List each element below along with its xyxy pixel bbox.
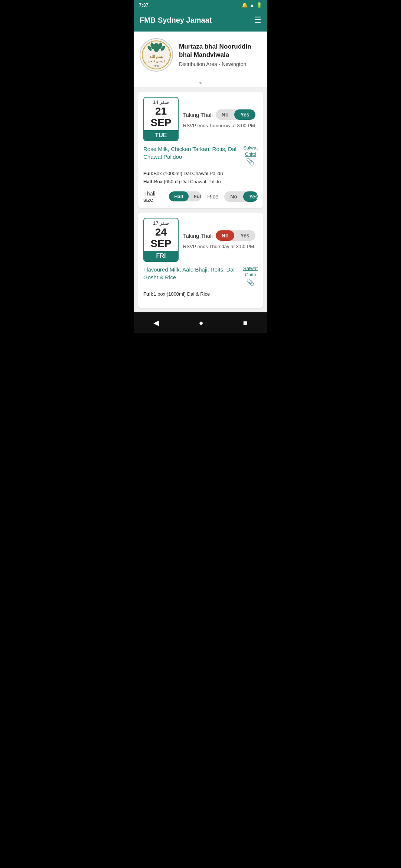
clip-icon-1: 📎	[246, 158, 254, 166]
toggle-no-2[interactable]: No	[216, 230, 235, 241]
card1-header: 14 صفر 21 SEP TUE Taking Thali No Yes RS…	[138, 92, 263, 145]
menu-items-link-2[interactable]: Flavoured Milk, Aalo Bhaji, Roits, Dal G…	[143, 266, 240, 281]
thali-size-label-1: Thali size	[143, 190, 163, 203]
toggle-no-1[interactable]: No	[216, 109, 235, 120]
thali-info-1: Taking Thali No Yes RSVP ends Tomorrow a…	[183, 109, 258, 128]
salwat-link-1[interactable]: Salwat	[243, 145, 258, 151]
rsvp-text-1: RSVP ends Tomorrow at 8:00 PM	[183, 123, 258, 128]
rice-toggle-1[interactable]: No Yes	[224, 191, 258, 202]
thali-card-1: 14 صفر 21 SEP TUE Taking Thali No Yes RS…	[138, 92, 263, 208]
profile-name: Murtaza bhai Nooruddin bhai Mandviwala	[179, 43, 261, 59]
svg-text:الرحمن الرحيم: الرحمن الرحيم	[148, 60, 165, 63]
half-btn-1[interactable]: Half	[169, 191, 189, 201]
date-block-1: 14 صفر 21 SEP TUE	[143, 97, 179, 141]
area-label: Distribution Area -	[179, 61, 220, 67]
profile-section: بسم الله الرحمن الرحيم FMB Murtaza bhai …	[134, 32, 267, 78]
ornament-symbol: ❧	[195, 80, 206, 86]
taking-thali-row-1: Taking Thali No Yes	[183, 109, 258, 120]
nav-recent-button[interactable]: ■	[235, 316, 255, 329]
logo-container: بسم الله الرحمن الرحيم FMB	[140, 38, 173, 72]
salwat-chitti-1: Salwat Chitti 📎	[243, 145, 258, 166]
area-value: Newington	[222, 61, 246, 67]
svg-text:FMB: FMB	[154, 65, 159, 68]
svg-text:بسم الله: بسم الله	[149, 54, 164, 59]
rsvp-text-2: RSVP ends Thursday at 3:50 PM	[183, 244, 258, 249]
date-arabic-1: 14 صفر	[144, 98, 178, 106]
battery-icon: 🔋	[256, 2, 262, 8]
taking-thali-label-2: Taking Thali	[183, 233, 213, 239]
card2-header: 17 صفر 24 SEP FRI Taking Thali No Yes RS…	[138, 213, 263, 266]
menu-icon[interactable]: ☰	[254, 15, 261, 25]
date-day-name-2: FRI	[144, 251, 178, 261]
rice-label-1: Rice	[207, 193, 218, 200]
chitti-link-2[interactable]: Chitti	[245, 272, 256, 277]
app-title: FMB Sydney Jamaat	[140, 16, 212, 24]
nav-bar: ◀ ● ■	[134, 312, 267, 333]
app-header: FMB Sydney Jamaat ☰	[134, 10, 267, 32]
full-detail-2: Full:1 box (1000ml) Dal & Rice	[143, 290, 258, 298]
half-detail-1: Half:Box (650ml) Dal Chawal Palidu	[143, 178, 258, 186]
status-icons: 🔔 ▲ 🔋	[242, 2, 262, 8]
thali-toggle-2[interactable]: No Yes	[216, 230, 255, 241]
taking-thali-row-2: Taking Thali No Yes	[183, 230, 258, 241]
thali-info-2: Taking Thali No Yes RSVP ends Thursday a…	[183, 230, 258, 249]
logo-circle: بسم الله الرحمن الرحيم FMB	[140, 38, 173, 72]
logo-image: بسم الله الرحمن الرحيم FMB	[141, 40, 171, 70]
salwat-chitti-2: Salwat Chitti 📎	[243, 266, 258, 286]
full-btn-1[interactable]: Full	[189, 191, 202, 201]
notification-icon: 🔔	[242, 2, 248, 8]
card2-body: Flavoured Milk, Aalo Bhaji, Roits, Dal G…	[138, 266, 263, 308]
menu-row-1: Rose Milk, Chicken Tarkari, Rotis, Dal C…	[143, 145, 258, 166]
date-block-2: 17 صفر 24 SEP FRI	[143, 218, 179, 262]
date-day-num-2: 24 SEP	[144, 227, 178, 251]
status-bar: 7:37 🔔 ▲ 🔋	[134, 0, 267, 10]
ornament-divider: ❧	[134, 78, 267, 87]
taking-thali-label-1: Taking Thali	[183, 112, 213, 118]
profile-area: Distribution Area - Newington	[179, 61, 261, 67]
rice-no-1[interactable]: No	[224, 191, 243, 202]
menu-row-2: Flavoured Milk, Aalo Bhaji, Roits, Dal G…	[143, 266, 258, 286]
rice-yes-1[interactable]: Yes	[243, 191, 258, 202]
status-time: 7:37	[139, 2, 149, 8]
menu-items-link-1[interactable]: Rose Milk, Chicken Tarkari, Rotis, Dal C…	[143, 145, 240, 161]
options-row-1: Thali size Half Full Rice No Yes	[143, 190, 258, 203]
clip-icon-2: 📎	[246, 278, 254, 286]
date-day-name-1: TUE	[144, 130, 178, 141]
date-day-num-1: 21 SEP	[144, 106, 178, 130]
main-content: 14 صفر 21 SEP TUE Taking Thali No Yes RS…	[134, 87, 267, 312]
thali-card-2: 17 صفر 24 SEP FRI Taking Thali No Yes RS…	[138, 213, 263, 308]
wifi-icon: ▲	[250, 2, 254, 8]
card1-body: Rose Milk, Chicken Tarkari, Rotis, Dal C…	[138, 145, 263, 208]
salwat-link-2[interactable]: Salwat	[243, 266, 258, 271]
chitti-link-1[interactable]: Chitti	[245, 151, 256, 157]
profile-info: Murtaza bhai Nooruddin bhai Mandviwala D…	[179, 43, 261, 67]
meal-details-1: Full:Box (1000ml) Dal Chawal Palidu Half…	[143, 170, 258, 186]
nav-back-button[interactable]: ◀	[146, 316, 166, 329]
full-detail-1: Full:Box (1000ml) Dal Chawal Palidu	[143, 170, 258, 178]
thali-toggle-1[interactable]: No Yes	[216, 109, 255, 120]
toggle-yes-1[interactable]: Yes	[234, 109, 255, 120]
toggle-yes-2[interactable]: Yes	[234, 230, 255, 241]
size-toggle-1[interactable]: Half Full	[169, 191, 201, 201]
nav-home-button[interactable]: ●	[191, 316, 211, 329]
date-arabic-2: 17 صفر	[144, 218, 178, 227]
meal-details-2: Full:1 box (1000ml) Dal & Rice	[143, 290, 258, 298]
